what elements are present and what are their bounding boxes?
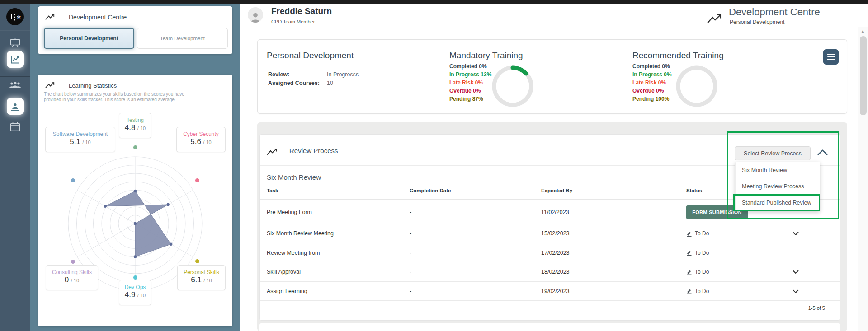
mandatory-training-title: Mandatory Training	[449, 51, 523, 61]
skill-value: 4.8	[125, 123, 136, 132]
skill-max: / 10	[71, 278, 79, 283]
skill-value: 5.1	[70, 137, 80, 146]
skill-label: Consulting Skills	[46, 269, 98, 275]
review-label: Review:	[268, 71, 289, 78]
legend-overdue: Overdue 0%	[632, 87, 672, 95]
hamburger-icon	[827, 54, 835, 55]
skill-value: 0	[65, 275, 69, 284]
dropdown-item-six-month-review[interactable]: Six Month Review	[736, 162, 820, 178]
skill-max: / 10	[82, 140, 90, 145]
pagination-label: 1-5 of 5	[808, 305, 825, 311]
tab-team-development[interactable]: Team Development	[137, 28, 228, 49]
legend-completed: Completed 0%	[632, 62, 672, 70]
status-todo[interactable]: To Do	[686, 269, 709, 275]
skill-label: Testing	[119, 117, 151, 123]
app-logo[interactable]: ✻	[6, 8, 24, 26]
sidebar-item-learning[interactable]	[7, 98, 24, 115]
review-value: In Progresss	[327, 71, 359, 78]
status-todo[interactable]: To Do	[686, 230, 709, 237]
completion-cell: -	[410, 230, 411, 237]
select-review-process-button[interactable]: Select Review Process	[735, 146, 811, 160]
axis-dot-testing	[133, 145, 137, 149]
skill-max: / 10	[203, 140, 211, 145]
trend-icon	[267, 148, 278, 156]
row-expand-chevron-icon[interactable]	[793, 232, 799, 235]
learning-statistics-card: Learning Statistics The chart below summ…	[38, 75, 232, 326]
skill-label: Dev Ops	[119, 284, 151, 290]
skill-score-dev-ops: Dev Ops 4.9 / 10	[119, 280, 151, 305]
task-cell: Six Month Review Meeting	[267, 230, 334, 237]
legend-in-progress: In Progress 0%	[632, 70, 672, 79]
legend-late-risk: Late Risk 0%	[449, 79, 491, 87]
performance-chart-icon	[10, 55, 20, 64]
scrollbar[interactable]: ▲	[858, 27, 868, 331]
mandatory-training-legend: Completed 0% In Progress 13% Late Risk 0…	[449, 62, 491, 103]
team-icon[interactable]	[9, 82, 21, 89]
expected-cell: 17/02/2023	[541, 250, 570, 256]
status-todo[interactable]: To Do	[686, 250, 709, 256]
recommended-training-title: Recommended Training	[632, 51, 724, 61]
sidebar-item-development-centre[interactable]	[7, 51, 24, 68]
column-completion-date: Completion Date	[410, 188, 451, 193]
assigned-courses-value: 10	[327, 80, 333, 86]
skill-label: Software Development	[46, 131, 115, 137]
avatar	[248, 7, 263, 23]
skill-label: Cyber Security	[177, 131, 225, 137]
calendar-icon[interactable]	[10, 122, 20, 131]
review-process-dropdown: Six Month Review Meeting Review Process …	[735, 162, 820, 211]
task-cell: Assign Learning	[267, 288, 307, 294]
status-label: To Do	[695, 250, 709, 256]
sidebar-divider	[0, 30, 30, 30]
axis-dot-software-development	[71, 178, 75, 182]
legend-in-progress: In Progress 13%	[449, 70, 491, 79]
table-row: Assign Learning - 19/02/2023 To Do	[260, 282, 840, 301]
legend-pending: Pending 100%	[632, 95, 672, 103]
recommended-training-donut	[675, 65, 718, 108]
person-icon	[250, 12, 261, 23]
trend-icon	[45, 14, 55, 21]
personal-development-title: Personal Development	[267, 51, 354, 61]
task-cell: Skill Approval	[267, 269, 301, 275]
legend-pending: Pending 87%	[449, 95, 491, 103]
task-cell: Pre Meeting Form	[267, 209, 312, 215]
column-task: Task	[267, 188, 278, 193]
status-label: To Do	[695, 288, 709, 294]
row-expand-chevron-icon[interactable]	[793, 289, 799, 293]
status-todo[interactable]: To Do	[686, 288, 709, 294]
column-expected-by: Expected By	[541, 188, 572, 193]
skill-score-testing: Testing 4.8 / 10	[119, 113, 151, 138]
top-bar	[0, 0, 868, 4]
recommended-training-legend: Completed 0% In Progress 0% Late Risk 0%…	[632, 62, 672, 103]
table-row: Six Month Review Meeting - 15/02/2023 To…	[260, 224, 840, 243]
axis-dot-dev-ops	[133, 275, 137, 280]
collapse-chevron-icon[interactable]	[817, 149, 828, 156]
row-expand-chevron-icon[interactable]	[793, 270, 799, 274]
skill-score-software-development: Software Development 5.1 / 10	[45, 127, 115, 152]
dropdown-item-standard-published-review[interactable]: Standard Published Review	[736, 195, 820, 211]
skill-label: Personal Skills	[178, 269, 225, 275]
app-window: ✻	[0, 0, 868, 331]
pencil-icon	[686, 250, 692, 256]
menu-button[interactable]	[823, 49, 839, 65]
assigned-courses-label: Assigned Courses:	[268, 80, 320, 86]
pencil-icon	[686, 231, 692, 237]
scrollbar-thumb[interactable]	[860, 36, 867, 115]
dropdown-item-meeting-review-process[interactable]: Meeting Review Process	[736, 178, 820, 195]
tab-personal-development[interactable]: Personal Development	[44, 28, 134, 49]
table-row: Skill Approval - 18/02/2023 To Do	[260, 262, 840, 282]
scroll-up-arrow-icon[interactable]: ▲	[861, 29, 865, 33]
skill-max: / 10	[137, 126, 146, 131]
presentation-icon[interactable]	[10, 38, 20, 47]
skill-max: / 10	[203, 278, 212, 283]
legend-completed: Completed 0%	[449, 62, 491, 70]
skill-value: 6.1	[191, 275, 202, 284]
completion-cell: -	[410, 288, 411, 294]
expected-cell: 18/02/2023	[541, 269, 570, 275]
development-centre-card: Development Centre Personal Development …	[38, 6, 232, 54]
card-title: Development Centre	[69, 14, 127, 21]
card-title: Learning Statistics	[69, 82, 117, 89]
axis-dot-personal-skills	[195, 259, 199, 263]
axis-dot-consulting-skills	[71, 260, 75, 264]
legend-overdue: Overdue 0%	[449, 87, 491, 95]
summary-card: Personal Development Review: In Progress…	[257, 39, 847, 114]
